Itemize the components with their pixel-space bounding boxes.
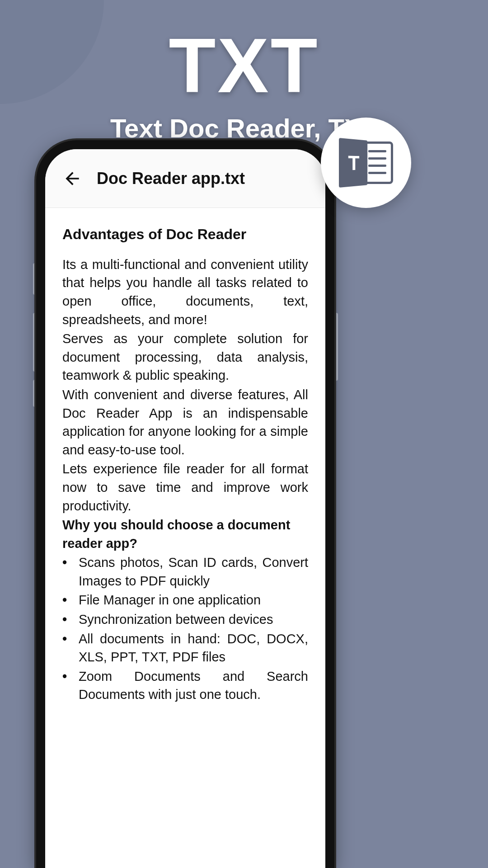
- promo-header: TXT Text Doc Reader, TXT: [0, 27, 488, 143]
- doc-bullet-item: File Manager in one application: [62, 591, 308, 609]
- doc-paragraph: With convenient and diverse features, Al…: [62, 386, 308, 459]
- doc-paragraph: Serves as your complete solution for doc…: [62, 330, 308, 385]
- app-header: Doc Reader app.txt: [45, 149, 325, 208]
- doc-subheading: Why you should choose a document reader …: [62, 516, 308, 552]
- document-content[interactable]: Advantages of Doc Reader Its a multi-fun…: [45, 208, 325, 704]
- doc-bullet-item: Synchronization between devices: [62, 610, 308, 629]
- doc-bullet-item: Zoom Documents and Search Documents with…: [62, 667, 308, 704]
- promo-title: TXT: [0, 27, 488, 104]
- phone-screen: Doc Reader app.txt Advantages of Doc Rea…: [45, 149, 325, 868]
- app-badge-icon: T: [339, 138, 393, 188]
- doc-bullet-item: All documents in hand: DOC, DOCX, XLS, P…: [62, 630, 308, 666]
- line-icon: [368, 172, 386, 174]
- line-icon: [368, 165, 386, 167]
- badge-letter: T: [348, 151, 360, 175]
- back-button[interactable]: [59, 165, 86, 192]
- doc-heading: Advantages of Doc Reader: [62, 224, 308, 245]
- book-icon: T: [339, 138, 367, 188]
- line-icon: [368, 157, 386, 160]
- doc-paragraph: Its a multi-functional and convenient ut…: [62, 255, 308, 329]
- doc-bullet-item: Scans photos, Scan ID cards, Convert Ima…: [62, 553, 308, 590]
- phone-frame: Doc Reader app.txt Advantages of Doc Rea…: [36, 140, 334, 868]
- app-badge: T: [321, 118, 411, 208]
- doc-paragraph: Lets experience file reader for all form…: [62, 460, 308, 515]
- arrow-left-icon: [62, 169, 82, 189]
- line-icon: [368, 150, 386, 152]
- file-title: Doc Reader app.txt: [97, 169, 245, 188]
- doc-bullet-list: Scans photos, Scan ID cards, Convert Ima…: [62, 553, 308, 704]
- promo-subtitle: Text Doc Reader, TXT: [0, 113, 488, 143]
